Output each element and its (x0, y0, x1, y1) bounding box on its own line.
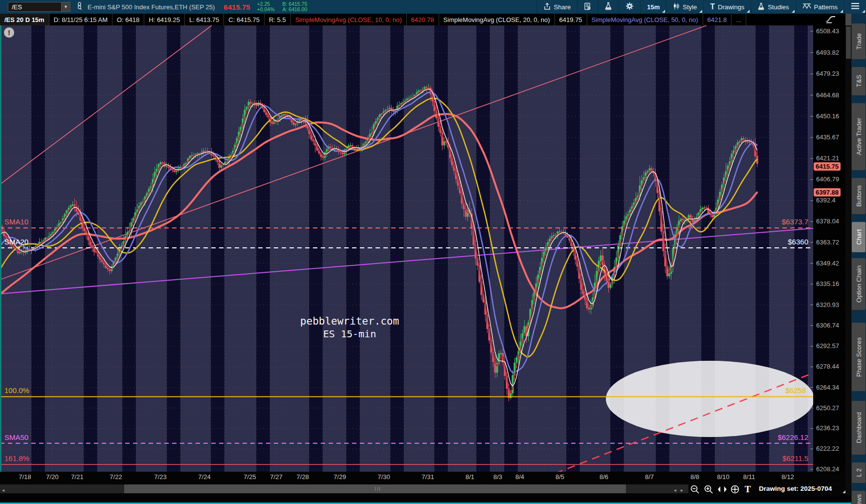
sidebar-tab-trade[interactable]: Trade (852, 23, 866, 59)
price-axis-label: 6250.27 (816, 404, 844, 412)
vscroll-thumb[interactable] (846, 26, 851, 59)
sidebar-tab-label: News (855, 494, 863, 504)
notes-button[interactable] (577, 0, 598, 14)
patterns-button[interactable]: Patterns (796, 0, 844, 14)
session-stripe-dark (309, 25, 323, 472)
zoom-out-icon[interactable] (688, 483, 701, 496)
watermark: pebblewriter.com ES 15-min (242, 315, 457, 340)
sidebar-tab-phase-scores[interactable]: Phase Scores (852, 323, 866, 391)
price-axis-settings-icon[interactable] (825, 15, 836, 25)
sidebar-tab-news[interactable]: News (852, 491, 866, 504)
share-button[interactable]: Share (536, 0, 577, 14)
price-axis[interactable]: 6508.436493.826479.236464.686450.166435.… (813, 25, 845, 472)
sidebar-tab-label: T&S (855, 75, 863, 87)
sidebar-tab-label: Option Chain (855, 265, 863, 303)
timeframe-button[interactable]: 15m (640, 0, 666, 14)
drawings-button[interactable]: T Drawings (703, 0, 751, 14)
price-axis-label: 6421.21 (816, 154, 844, 162)
fib-100-left-label: 100.0% (4, 386, 29, 394)
watermark-site: pebblewriter.com (242, 315, 457, 328)
sidebar-tab-dashboard[interactable]: Dashboard (852, 401, 866, 455)
change-percent: +0.04% (257, 7, 275, 12)
hscroll-left-arrow[interactable]: ◂ (2, 487, 4, 493)
chart-area[interactable]: SMA10$6373.7SMA20$6360100.0%$6258SMA50$6… (0, 25, 813, 472)
symbol-input[interactable]: /ES ▼ (8, 2, 70, 12)
session-stripe-dark (390, 25, 404, 472)
price-axis-label: 6306.74 (816, 322, 844, 329)
text-label-tool-icon[interactable]: T (741, 483, 754, 496)
settings-button[interactable] (619, 0, 640, 14)
share-icon (543, 2, 551, 12)
study-label[interactable]: SimpleMovingAvg (CLOSE, 50, 0, no) (587, 14, 703, 25)
sidebar-tab-label: L 2 (855, 468, 863, 477)
sidebar-tab-chart[interactable]: Chart (852, 222, 866, 252)
date-axis-label: 7/27 (270, 473, 282, 481)
top-toolbar: /ES ▼ E-mini S&P 500 Index Futures,ETH (… (0, 0, 866, 14)
timeframe-value: 15m (647, 3, 660, 11)
chart-info-icon[interactable]: ! (4, 27, 14, 38)
price-axis-label: 6378.04 (816, 218, 844, 225)
date-axis-label: 8/3 (493, 473, 502, 481)
sidebar-tab-option-chain[interactable]: Option Chain (852, 258, 866, 310)
sma10-level-right-label: $6373.7 (782, 218, 808, 226)
date-axis-label: 8/7 (645, 473, 654, 481)
ohlc-field: D: 8/11/25 6:15 AM (49, 14, 112, 25)
study-value: 6420.78 (407, 14, 439, 25)
sidebar-tab-buttons[interactable]: Buttons (852, 178, 866, 214)
sma20-level-left-label: SMA20 (4, 238, 28, 246)
price-axis-label: 6479.23 (816, 70, 844, 77)
date-axis-label: 7/21 (71, 473, 83, 481)
chart-descriptor: /ES 20 D 15m (0, 14, 49, 25)
flask-icon (604, 2, 612, 12)
price-axis-label: 6222.22 (816, 445, 844, 452)
date-axis-label: 8/5 (555, 473, 564, 481)
sidebar-tab-label: Trade (855, 33, 863, 49)
symbol-value[interactable]: /ES (8, 3, 61, 11)
bid-ask: B: 6415.75 A: 6416.00 (283, 1, 308, 12)
hscroll-thumb[interactable] (124, 484, 626, 493)
more-studies-ellipsis[interactable]: ... (732, 14, 746, 25)
price-axis-label: 6335.16 (816, 280, 844, 287)
sidebar-tab-l-2[interactable]: L 2 (852, 462, 866, 483)
sidebar-tab-active-trader[interactable]: Active Trader (852, 103, 866, 170)
date-axis-label: 7/25 (244, 473, 256, 481)
study-value: 6421.8 (703, 14, 732, 25)
menu-button[interactable] (844, 0, 866, 14)
date-axis-label: 7/23 (154, 473, 166, 481)
ohlc-field: H: 6419.25 (144, 14, 185, 25)
date-axis-label: 7/30 (377, 473, 390, 481)
studies-button[interactable]: Studies (751, 0, 795, 14)
ohlc-field: C: 6415.75 (224, 14, 265, 25)
price-axis-label: 6292.57 (816, 342, 844, 350)
date-axis-label: 8/8 (690, 473, 699, 481)
pan-horizontal-icon[interactable] (716, 483, 729, 496)
date-axis-label: 8/12 (781, 473, 794, 481)
link-icon[interactable] (76, 2, 83, 12)
candlestick-chart[interactable]: SMA10$6373.7SMA20$6360100.0%$6258SMA50$6… (0, 25, 813, 472)
thinkorswim-chart-window: /ES ▼ E-mini S&P 500 Index Futures,ETH (… (0, 0, 866, 504)
style-button[interactable]: Style (666, 0, 703, 14)
sidebar-tab-label: Dashboard (855, 412, 863, 443)
sidebar-tab-t-s[interactable]: T&S (852, 67, 866, 95)
highlight-ellipse[interactable] (606, 361, 813, 437)
price-axis-label: 6278.44 (816, 363, 844, 370)
hscroll-arrow-left2[interactable]: ◂ (674, 487, 676, 493)
zoom-in-icon[interactable] (702, 483, 715, 496)
date-axis[interactable]: 7/187/207/217/227/237/247/257/277/287/29… (0, 472, 845, 483)
price-axis-label: 6320.93 (816, 301, 844, 308)
analyze-button[interactable] (598, 0, 619, 14)
hscroll-arrow-right2[interactable]: ▸ (681, 487, 683, 493)
price-axis-label: 6464.68 (816, 91, 844, 99)
study-label[interactable]: SimpleMovingAvg (CLOSE, 10, 0, no) (291, 14, 407, 25)
vscroll-track[interactable] (845, 25, 851, 496)
study-label[interactable]: SimpleMovingAvg (CLOSE, 20, 0, no) (439, 14, 555, 25)
move-tool-icon[interactable] (729, 483, 741, 496)
ohlc-field: R: 5.5 (265, 14, 291, 25)
date-axis-label: 8/11 (743, 473, 755, 481)
drawing-set-selector[interactable]: Drawing set: 2025-0704 (759, 485, 832, 492)
date-axis-label: 7/31 (422, 473, 434, 481)
toolbar-right: Share 15m Style T Drawings (536, 0, 866, 14)
chart-style-icon (673, 2, 680, 12)
price-badge: 6415.75 (814, 162, 841, 171)
symbol-dropdown-button[interactable]: ▼ (61, 2, 70, 11)
